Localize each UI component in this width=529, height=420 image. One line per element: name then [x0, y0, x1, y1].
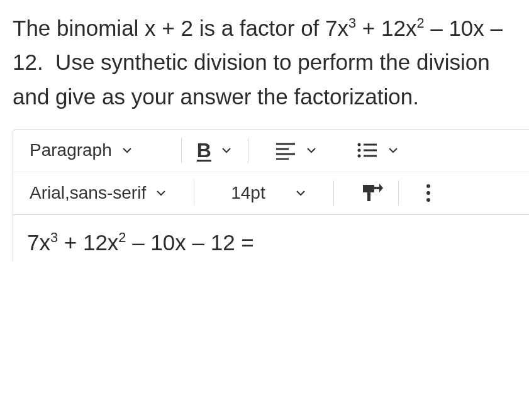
svg-point-4 [357, 143, 360, 146]
svg-point-14 [426, 198, 430, 202]
chevron-down-icon [155, 187, 167, 199]
align-button[interactable] [266, 137, 326, 163]
chevron-down-icon [305, 144, 318, 157]
toolbar-divider [181, 138, 182, 163]
chevron-down-icon [387, 144, 399, 157]
list-button[interactable] [348, 137, 408, 163]
editor-content-area[interactable]: 7x3 + 12x2 – 10x – 12 = [13, 215, 529, 262]
toolbar-divider [333, 180, 334, 206]
font-size-label: 14pt [231, 183, 265, 203]
font-family-select[interactable]: Arial,sans-serif [21, 179, 176, 207]
toolbar-divider [248, 138, 248, 163]
svg-point-12 [426, 184, 430, 188]
svg-point-6 [357, 155, 360, 158]
bold-b-icon: B [197, 139, 211, 162]
clear-formatting-button[interactable] [352, 179, 392, 207]
toolbar-divider [194, 180, 194, 206]
more-button[interactable] [416, 180, 440, 206]
align-left-icon [275, 141, 296, 160]
svg-point-5 [357, 149, 360, 152]
chevron-down-icon [220, 144, 233, 157]
bullet-list-icon [357, 141, 378, 160]
kebab-icon [425, 184, 432, 202]
font-family-label: Arial,sans-serif [30, 183, 146, 203]
toolbar-row-2: Arial,sans-serif 14pt [13, 172, 529, 215]
block-format-select[interactable]: Paragraph [21, 136, 142, 164]
toolbar-row-1: Paragraph B [13, 130, 529, 172]
question-text: The binomial x + 2 is a factor of 7x3 + … [0, 0, 529, 129]
bold-button[interactable]: B [188, 135, 242, 166]
clear-formatting-icon [360, 182, 383, 204]
chevron-down-icon [121, 144, 133, 157]
svg-point-13 [426, 191, 430, 195]
chevron-down-icon [294, 187, 307, 199]
svg-rect-10 [363, 185, 374, 192]
svg-rect-11 [367, 192, 370, 201]
font-size-select[interactable]: 14pt [222, 179, 316, 207]
toolbar-divider [398, 180, 399, 206]
block-format-label: Paragraph [30, 140, 112, 160]
rich-text-editor: Paragraph B [13, 129, 529, 262]
